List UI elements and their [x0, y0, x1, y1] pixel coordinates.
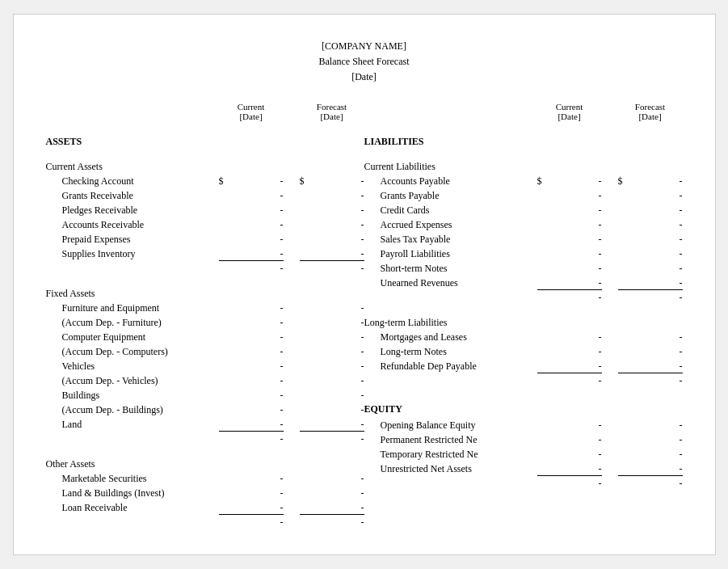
row-label: Permanent Restricted Ne: [364, 434, 537, 446]
row-forecast: -: [300, 360, 364, 373]
row-forecast: -: [300, 234, 364, 246]
table-row: Supplies Inventory - -: [46, 247, 364, 262]
row-amount: -: [537, 190, 602, 202]
assets-title: ASSETS: [46, 136, 364, 148]
table-row: - -: [46, 262, 364, 276]
row-label: (Accum Dep. - Vehicles): [46, 375, 219, 387]
equity-title: EQUITY: [364, 403, 683, 415]
table-row: Credit Cards - -: [364, 204, 683, 218]
row-amount: -: [219, 248, 284, 261]
row-amount: -: [219, 263, 284, 275]
table-row: Pledges Receivable - -: [46, 204, 364, 218]
table-row: Accounts Receivable - -: [46, 218, 364, 233]
row-label: Furniture and Equipment: [46, 302, 219, 314]
row-forecast: -: [300, 390, 364, 402]
row-forecast: -: [618, 234, 683, 246]
row-label: Mortgages and Leases: [364, 331, 537, 344]
row-label: Accounts Payable: [364, 175, 537, 188]
row-amount: -: [537, 331, 602, 344]
assets-section: ASSETS Current Assets Checking Account $…: [46, 128, 364, 530]
table-row: (Accum Dep. - Vehicles) - -: [46, 374, 364, 389]
row-label: Supplies Inventory: [46, 248, 219, 260]
row-amount: -: [537, 263, 602, 275]
table-row: Unearned Revenues - -: [364, 276, 683, 291]
row-forecast: -: [300, 346, 364, 358]
row-forecast: -: [300, 404, 364, 416]
row-amount: -: [537, 204, 602, 217]
row-amount: -: [219, 331, 284, 344]
row-amount: -: [537, 360, 602, 373]
table-row: Grants Payable - -: [364, 189, 683, 204]
other-assets-title: Other Assets: [46, 458, 364, 470]
row-forecast: -: [618, 463, 683, 476]
left-current-header: Current [Date]: [219, 102, 284, 121]
table-row: Land & Buildings (Invest) - -: [46, 487, 364, 501]
table-row: Payroll Liabilities - -: [364, 247, 683, 262]
table-row: Long-term Notes - -: [364, 345, 683, 360]
row-forecast: -: [618, 204, 683, 217]
row-amount: -: [219, 360, 284, 373]
table-row: Accounts Payable $ - $ -: [364, 175, 683, 189]
row-label: Unrestricted Net Assets: [364, 463, 537, 475]
row-amount: -: [219, 317, 284, 329]
table-row: Accrued Expenses - -: [364, 218, 683, 233]
row-forecast: -: [618, 434, 683, 446]
longterm-liabilities-title: Long-term Liabilities: [364, 317, 683, 329]
row-forecast: -: [618, 292, 683, 304]
table-row: Loan Receivable - -: [46, 501, 364, 516]
table-row: Unrestricted Net Assets - -: [364, 462, 683, 477]
fixed-assets-title: Fixed Assets: [46, 288, 364, 300]
current-assets-title: Current Assets: [46, 161, 364, 173]
row-amount: -: [537, 219, 602, 231]
row-forecast: -: [618, 277, 683, 290]
row-amount: -: [537, 463, 602, 476]
left-forecast-header: Forecast [Date]: [300, 102, 364, 121]
row-label: Payroll Liabilities: [364, 248, 537, 260]
row-amount: -: [219, 516, 284, 529]
row-forecast: -: [618, 248, 683, 260]
row-amount: -: [537, 234, 602, 246]
row-amount: -: [537, 292, 602, 304]
row-forecast: -: [300, 204, 364, 217]
row-amount: -: [537, 449, 602, 461]
row-amount: -: [219, 219, 284, 231]
row-label: Pledges Receivable: [46, 204, 219, 217]
row-label: Accrued Expenses: [364, 219, 537, 231]
row-amount: -: [219, 404, 284, 416]
row-amount: -: [537, 277, 602, 290]
row-label: Grants Receivable: [46, 190, 219, 202]
row-label: Accounts Receivable: [46, 219, 219, 231]
table-row: Buildings - -: [46, 389, 364, 403]
row-amount: -: [219, 190, 284, 202]
row-forecast: -: [618, 478, 683, 490]
row-forecast: -: [300, 248, 364, 261]
row-forecast: -: [300, 487, 364, 499]
row-amount: $ -: [537, 175, 602, 188]
row-label: Sales Tax Payable: [364, 234, 537, 246]
table-row: Grants Receivable - -: [46, 189, 364, 204]
table-row: Refundable Dep Payable - -: [364, 360, 683, 374]
row-forecast: $ -: [300, 175, 364, 188]
company-name: [COMPANY NAME]: [46, 39, 683, 54]
table-row: - -: [364, 291, 683, 306]
row-forecast: -: [300, 433, 364, 445]
table-row: - -: [364, 477, 683, 491]
row-forecast: -: [618, 360, 683, 373]
row-label: Unearned Revenues: [364, 277, 537, 289]
row-forecast: -: [618, 219, 683, 231]
row-amount: $ -: [219, 175, 284, 188]
row-amount: -: [219, 302, 284, 314]
table-row: (Accum Dep. - Furniture) - -: [46, 316, 364, 331]
table-row: Permanent Restricted Ne - -: [364, 433, 683, 448]
row-forecast: -: [300, 263, 364, 275]
row-label: Checking Account: [46, 175, 219, 188]
row-amount: -: [219, 502, 284, 515]
row-amount: -: [219, 234, 284, 246]
row-amount: -: [219, 204, 284, 217]
row-amount: -: [219, 346, 284, 358]
row-label: Loan Receivable: [46, 502, 219, 514]
table-row: Short-term Notes - -: [364, 262, 683, 276]
row-forecast: -: [618, 419, 683, 432]
table-row: Opening Balance Equity - -: [364, 419, 683, 433]
row-label: (Accum Dep. - Furniture): [46, 317, 219, 329]
